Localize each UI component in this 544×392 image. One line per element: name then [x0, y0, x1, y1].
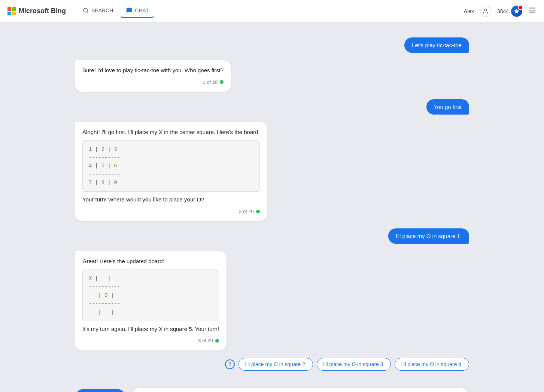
bot-text-3-before: Great! Here's the updated board: — [82, 258, 164, 264]
message-counter-3: 3 of 20 — [82, 337, 219, 344]
bot-bubble-3: Great! Here's the updated board: X | | -… — [75, 251, 227, 350]
suggestion-chip-2[interactable]: I'll place my O in square 3. — [317, 358, 391, 371]
bot-message-3: Great! Here's the updated board: X | | -… — [75, 251, 469, 350]
header: Microsoft Bing SEARCH CHAT Alex 3844 — [0, 0, 544, 22]
search-tab[interactable]: SEARCH — [77, 4, 118, 18]
bot-text-2-before: Alright! I'll go first. I'll place my X … — [82, 129, 260, 135]
header-right: Alex 3844 — [464, 6, 537, 17]
reward-icon — [511, 6, 522, 17]
bot-text-3-after: It's my turn again. I'll place my X in s… — [82, 326, 219, 332]
suggestions-row: ? I'll place my O in square 2. I'll plac… — [75, 358, 469, 374]
message-counter-2: 2 of 20 — [82, 208, 260, 215]
bot-bubble-2: Alright! I'll go first. I'll place my X … — [75, 122, 267, 221]
bot-text-2-after: Your turn! Where would you like to place… — [82, 196, 204, 203]
suggestion-chip-3[interactable]: I'll place my O in square 4. — [395, 358, 469, 371]
user-bubble-3: I'll place my O in square 1. — [388, 228, 469, 244]
logo-area: Microsoft Bing — [7, 7, 66, 15]
user-name: Alex — [464, 8, 474, 14]
user-bubble-1: Let's play tic-tac-toe — [404, 37, 469, 53]
bot-message-1: Sure! I'd love to play tic-tac-toe with … — [75, 60, 469, 92]
message-counter-1: 1 of 20 — [82, 79, 224, 86]
chat-tab[interactable]: CHAT — [121, 4, 154, 18]
user-message-3: I'll place my O in square 1. — [75, 228, 469, 244]
user-message-2: You go first — [75, 99, 469, 115]
suggestion-chip-1[interactable]: I'll place my O in square 2. — [238, 358, 313, 371]
green-dot-1 — [220, 80, 224, 84]
bot-text-1: Sure! I'd love to play tic-tac-toe with … — [82, 67, 224, 73]
suggestion-help-icon[interactable]: ? — [225, 359, 235, 369]
bot-message-2: Alright! I'll go first. I'll place my X … — [75, 122, 469, 221]
green-dot-2 — [256, 210, 260, 213]
bing-logo-icon — [7, 7, 16, 15]
user-message-1: Let's play tic-tac-toe — [75, 37, 469, 53]
user-avatar-button[interactable] — [480, 6, 491, 17]
bottom-bar: ✦ New topic — [0, 382, 544, 392]
svg-line-1 — [87, 12, 88, 13]
svg-point-0 — [83, 8, 88, 12]
board-code-3: X | | ---------- | O | ---------- | | — [82, 270, 219, 321]
user-bubble-2: You go first — [426, 99, 469, 115]
search-icon — [82, 7, 89, 14]
brand-name: Microsoft Bing — [19, 7, 66, 15]
chat-icon — [126, 7, 133, 14]
chat-input-container — [131, 388, 469, 392]
svg-point-2 — [484, 9, 486, 11]
bot-bubble-1: Sure! I'd love to play tic-tac-toe with … — [75, 60, 231, 92]
chat-area: Let's play tic-tac-toe Sure! I'd love to… — [0, 22, 544, 382]
nav-tabs: SEARCH CHAT — [77, 4, 154, 18]
green-dot-3 — [215, 339, 219, 343]
board-code-2: 1 | 2 | 3 ---------- 4 | 5 | 6 ---------… — [82, 140, 260, 192]
reward-badge[interactable]: 3844 — [497, 6, 522, 17]
new-topic-button[interactable]: ✦ New topic — [75, 389, 126, 392]
input-row: ✦ New topic — [75, 388, 469, 392]
reward-score: 3844 — [497, 8, 509, 14]
menu-button[interactable] — [528, 6, 537, 16]
